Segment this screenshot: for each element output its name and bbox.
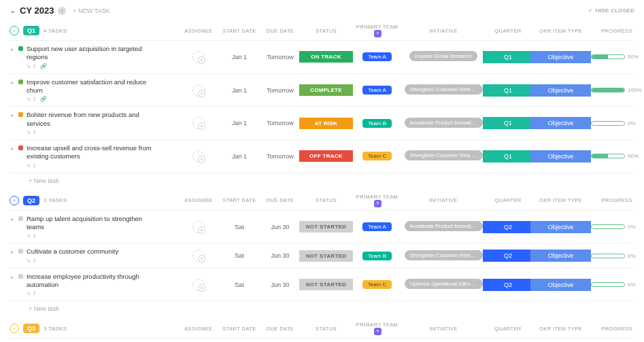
team-pill[interactable]: Team C [362, 280, 392, 289]
col-initiative[interactable]: INITIATIVE [403, 28, 484, 34]
col-quarter[interactable]: QUARTER [484, 197, 532, 203]
quarter-cell[interactable]: Q2 [483, 279, 533, 291]
start-date[interactable]: Jan 1 [219, 51, 260, 63]
expand-arrow-icon[interactable]: ▸ [11, 80, 15, 86]
quarter-cell[interactable]: Q1 [483, 51, 533, 63]
start-date[interactable]: Sat [219, 221, 260, 233]
assignee-picker[interactable] [192, 250, 205, 262]
task-name[interactable]: Bolster revenue from new products and se… [27, 111, 159, 128]
col-type[interactable]: OKR ITEM TYPE [532, 197, 590, 203]
col-initiative[interactable]: INITIATIVE [403, 197, 484, 203]
col-assignee[interactable]: ASSIGNEE [178, 326, 219, 332]
col-status[interactable]: STATUS [301, 197, 352, 203]
quarter-cell[interactable]: Q2 [483, 221, 533, 233]
team-pill[interactable]: Team A [362, 222, 392, 231]
status-cell[interactable]: NOT STARTED [299, 221, 353, 233]
type-cell[interactable]: Objective [530, 279, 591, 291]
status-cell[interactable]: OFF TRACK [299, 150, 353, 162]
task-row[interactable]: ▸ Support new user acquisition in target… [10, 40, 634, 73]
team-pill[interactable]: Team A [362, 52, 392, 61]
expand-arrow-icon[interactable]: ▸ [11, 216, 15, 222]
initiative-pill[interactable]: Strengthen Customer Retenti... [405, 84, 483, 95]
task-name[interactable]: Increase employee productivity through a… [27, 273, 159, 290]
task-name[interactable]: Cultivate a customer community [27, 247, 118, 256]
subtask-count[interactable]: ↳ 2 [27, 96, 36, 102]
expand-arrow-icon[interactable]: ▸ [11, 46, 15, 52]
subtask-count[interactable]: ↳ 2 [27, 129, 36, 135]
status-cell[interactable]: ON TRACK [299, 51, 353, 63]
task-row[interactable]: ▸ Increase employee productivity through… [10, 268, 634, 301]
add-team-icon[interactable]: + [374, 328, 382, 335]
status-cell[interactable]: NOT STARTED [299, 250, 353, 262]
add-team-icon[interactable]: + [374, 30, 382, 37]
task-row[interactable]: ▸ Ramp up talent acquisition to strength… [10, 210, 634, 243]
col-team[interactable]: PRIMARY TEAM + [352, 24, 403, 37]
assignee-picker[interactable] [192, 279, 205, 291]
type-cell[interactable]: Objective [530, 221, 591, 233]
expand-arrow-icon[interactable]: ▸ [11, 249, 15, 255]
task-row[interactable]: ▸ Improve customer experience across cha… [10, 338, 634, 342]
task-name[interactable]: Improve customer satisfaction and reduce… [27, 78, 159, 95]
assignee-picker[interactable] [192, 117, 205, 129]
initiative-pill[interactable]: Strengthen Customer Retenti... [405, 250, 483, 260]
section-toggle[interactable]: − [10, 26, 19, 35]
team-pill[interactable]: Team C [362, 152, 392, 160]
assignee-picker[interactable] [192, 150, 205, 163]
status-cell[interactable]: AT RISK [299, 118, 353, 129]
col-status[interactable]: STATUS [301, 28, 352, 34]
subtask-count[interactable]: ↳ 2 [27, 233, 36, 239]
task-name[interactable]: Increase upsell and cross-sell revenue f… [27, 144, 159, 161]
subtask-count[interactable]: ↳ 2 [27, 258, 36, 264]
col-start[interactable]: START DATE [219, 28, 260, 34]
section-toggle[interactable]: − [10, 324, 19, 333]
col-initiative[interactable]: INITIATIVE [403, 326, 484, 332]
progress-cell[interactable]: 0% [590, 221, 644, 233]
task-row[interactable]: ▸ Improve customer satisfaction and redu… [10, 73, 634, 107]
team-pill[interactable]: Team B [362, 119, 392, 128]
quarter-badge[interactable]: Q2 [23, 196, 39, 205]
initiative-pill[interactable]: Accelerate Product Innovation [405, 221, 483, 231]
start-date[interactable]: Jan 1 [219, 84, 260, 97]
col-assignee[interactable]: ASSIGNEE [178, 28, 219, 34]
progress-cell[interactable]: 50% [590, 150, 644, 162]
due-date[interactable]: Jun 30 [260, 250, 301, 262]
due-date[interactable]: Tomorrow [260, 117, 301, 129]
task-name[interactable]: Ramp up talent acquisition to strengthen… [27, 215, 159, 232]
initiative-pill[interactable]: Optimize Operational Efficien... [405, 279, 483, 289]
type-cell[interactable]: Objective [530, 250, 591, 262]
type-cell[interactable]: Objective [530, 84, 591, 97]
start-date[interactable]: Jan 1 [219, 150, 260, 163]
col-type[interactable]: OKR ITEM TYPE [532, 326, 590, 332]
quarter-cell[interactable]: Q2 [483, 250, 533, 262]
col-due[interactable]: DUE DATE [260, 28, 301, 34]
progress-cell[interactable]: 100% [590, 84, 644, 96]
col-team[interactable]: PRIMARY TEAM + [352, 194, 403, 207]
start-date[interactable]: Jan 1 [219, 117, 260, 129]
col-progress[interactable]: PROGRESS [590, 28, 644, 34]
start-date[interactable]: Sat [219, 279, 260, 291]
due-date[interactable]: Jun 30 [260, 279, 301, 291]
type-cell[interactable]: Objective [530, 51, 591, 63]
task-row[interactable]: ▸ Bolster revenue from new products and … [10, 106, 634, 139]
expand-arrow-icon[interactable]: ▸ [11, 112, 15, 118]
col-quarter[interactable]: QUARTER [484, 326, 532, 332]
quarter-badge[interactable]: Q3 [23, 324, 39, 333]
col-due[interactable]: DUE DATE [260, 326, 301, 332]
due-date[interactable]: Jun 30 [260, 221, 301, 233]
subtask-count[interactable]: ↳ 2 [27, 163, 36, 169]
task-row[interactable]: ▸ Increase upsell and cross-sell revenue… [10, 139, 634, 173]
col-type[interactable]: OKR ITEM TYPE [532, 28, 590, 34]
quarter-cell[interactable]: Q1 [483, 150, 533, 163]
quarter-cell[interactable]: Q1 [483, 84, 533, 97]
due-date[interactable]: Tomorrow [260, 84, 301, 97]
col-team[interactable]: PRIMARY TEAM + [352, 322, 403, 335]
progress-cell[interactable]: 0% [590, 250, 644, 262]
expand-arrow-icon[interactable]: ▸ [11, 146, 15, 152]
status-cell[interactable]: NOT STARTED [299, 279, 353, 290]
initiative-pill[interactable]: Strengthen Customer Retenti... [405, 150, 483, 160]
add-team-icon[interactable]: + [374, 200, 382, 207]
team-pill[interactable]: Team B [362, 252, 392, 260]
col-assignee[interactable]: ASSIGNEE [178, 197, 219, 203]
initiative-pill[interactable]: Expand Global Research [409, 51, 477, 61]
col-due[interactable]: DUE DATE [260, 197, 301, 203]
